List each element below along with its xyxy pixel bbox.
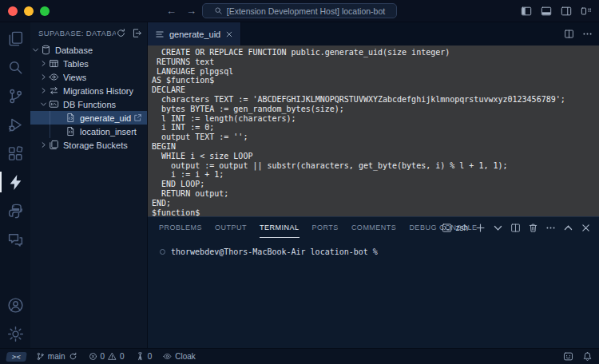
history-nav: ← →	[166, 5, 196, 17]
code-line: $function$	[152, 208, 599, 217]
panel-tab-output[interactable]: OUTPUT	[215, 217, 247, 238]
tree-item-migrations-history[interactable]: Migrations History	[30, 84, 147, 97]
terminal-prompt-line: thorwebdev@Thors-MacBook-Air location-bo…	[160, 247, 599, 256]
code-line: output TEXT := '';	[152, 133, 599, 142]
code-line: END LOOP;	[152, 180, 599, 189]
remote-indicator[interactable]: ><	[6, 352, 27, 362]
code-line: output := output || substr(characters, g…	[152, 161, 599, 171]
feedback-smiley-icon[interactable]	[563, 351, 573, 362]
db-functions-icon	[48, 99, 60, 109]
zoom-window-button[interactable]	[40, 6, 50, 16]
git-branch-status[interactable]: main	[36, 352, 77, 361]
bottom-panel: PROBLEMSOUTPUTTERMINALPORTSCOMMENTSDEBUG…	[148, 217, 599, 348]
terminal-dropdown-icon[interactable]	[493, 223, 503, 233]
migrations-icon	[48, 85, 60, 96]
tree-item-label: Views	[63, 73, 86, 82]
problems-status[interactable]: 0 0	[89, 352, 125, 361]
explorer-icon	[7, 30, 24, 47]
external-link-icon[interactable]	[133, 113, 142, 122]
status-bar-right	[563, 351, 593, 362]
cloak-label: Cloak	[175, 352, 196, 361]
supabase-sidebar: SUPABASE: DATABASE DatabaseTablesViewsMi…	[30, 22, 148, 348]
warning-count: 0	[120, 352, 125, 361]
tree-item-db-functions[interactable]: DB Functions	[30, 97, 147, 111]
activity-item-search[interactable]	[0, 53, 30, 81]
tree-item-database[interactable]: Database	[30, 43, 147, 57]
split-terminal-icon[interactable]	[510, 223, 521, 233]
ports-status[interactable]: 0	[136, 352, 153, 361]
toggle-secondary-sidebar-icon[interactable]	[561, 6, 572, 17]
maximize-panel-icon[interactable]	[563, 223, 573, 233]
code-line: BEGIN	[152, 142, 599, 152]
editor-tabs: generate_uid	[148, 22, 599, 46]
tree-item-tables[interactable]: Tables	[30, 57, 147, 70]
panel-tab-problems[interactable]: PROBLEMS	[159, 217, 202, 238]
notifications-bell-icon[interactable]	[582, 351, 593, 362]
tree-item-location-insert[interactable]: location_insert	[30, 125, 147, 138]
panel-tab-ports[interactable]: PORTS	[312, 217, 339, 238]
toggle-sidebar-icon[interactable]	[521, 6, 532, 17]
connect-icon[interactable]	[132, 28, 142, 38]
code-line: LANGUAGE plpgsql	[152, 67, 599, 77]
activity-item-run-debug[interactable]	[0, 110, 30, 139]
terminal-prompt-text: thorwebdev@Thors-MacBook-Air location-bo…	[171, 247, 378, 256]
back-button[interactable]: ←	[166, 5, 177, 17]
close-panel-icon[interactable]	[581, 223, 591, 233]
tab-generate-uid[interactable]: generate_uid	[148, 22, 241, 46]
account-icon	[7, 297, 24, 314]
code-line: l INT := length(characters);	[152, 114, 599, 124]
tree-item-views[interactable]: Views	[30, 70, 147, 84]
storage-icon	[48, 140, 60, 150]
activity-item-explorer[interactable]	[0, 24, 30, 53]
tree-item-label: location_insert	[80, 127, 137, 136]
code-line: DECLARE	[152, 85, 599, 95]
command-center-label: [Extension Development Host] location-bo…	[227, 6, 385, 16]
radio-tower-icon	[136, 352, 145, 361]
shell-label: zsh	[455, 224, 468, 232]
tree-item-label: Database	[55, 46, 93, 55]
panel-tab-terminal[interactable]: TERMINAL	[260, 217, 300, 238]
refresh-icon[interactable]	[116, 28, 126, 38]
minimize-window-button[interactable]	[24, 6, 34, 16]
activity-item-supabase[interactable]	[0, 168, 30, 196]
toggle-panel-icon[interactable]	[541, 6, 552, 17]
activity-item-settings[interactable]	[0, 319, 30, 348]
ports-count: 0	[148, 352, 153, 361]
cloak-status[interactable]: Cloak	[163, 352, 196, 361]
panel-tab-comments[interactable]: COMMENTS	[351, 217, 397, 238]
customize-layout-icon[interactable]	[581, 6, 592, 17]
search-icon	[214, 6, 223, 15]
tree-item-label: Tables	[63, 59, 89, 69]
file-list-icon	[155, 30, 165, 39]
kill-terminal-icon[interactable]	[528, 223, 538, 233]
more-actions-icon[interactable]	[582, 29, 593, 39]
activity-item-python[interactable]	[0, 196, 30, 225]
python-icon	[7, 203, 24, 220]
activity-item-extensions[interactable]	[0, 139, 30, 168]
command-center[interactable]: [Extension Development Host] location-bo…	[202, 3, 397, 18]
tree-item-generate-uid[interactable]: generate_uid	[30, 111, 147, 125]
error-count: 0	[101, 352, 105, 361]
activity-item-comments[interactable]	[0, 225, 30, 254]
new-terminal-icon[interactable]	[475, 223, 486, 233]
table-icon	[48, 58, 60, 69]
warning-icon	[108, 352, 117, 361]
tab-close-icon[interactable]	[225, 30, 233, 38]
code-line: RETURN output;	[152, 189, 599, 199]
workbench: SUPABASE: DATABASE DatabaseTablesViewsMi…	[0, 22, 599, 348]
tree-item-label: generate_uid	[80, 113, 131, 123]
terminal-view[interactable]: thorwebdev@Thors-MacBook-Air location-bo…	[148, 238, 599, 348]
chevron-right-icon	[38, 73, 48, 81]
shell-badge[interactable]: zsh	[442, 223, 468, 233]
supabase-icon	[7, 174, 24, 191]
activity-item-account[interactable]	[0, 291, 30, 319]
forward-button[interactable]: →	[186, 5, 196, 17]
close-window-button[interactable]	[8, 6, 18, 16]
code-editor[interactable]: CREATE OR REPLACE FUNCTION public.genera…	[148, 46, 599, 217]
split-editor-icon[interactable]	[564, 29, 574, 39]
layout-controls	[521, 6, 592, 17]
panel-more-icon[interactable]	[545, 223, 556, 233]
tree-item-storage-buckets[interactable]: Storage Buckets	[30, 138, 147, 152]
command-decoration-icon[interactable]	[160, 249, 165, 255]
activity-item-source-control[interactable]	[0, 81, 30, 110]
